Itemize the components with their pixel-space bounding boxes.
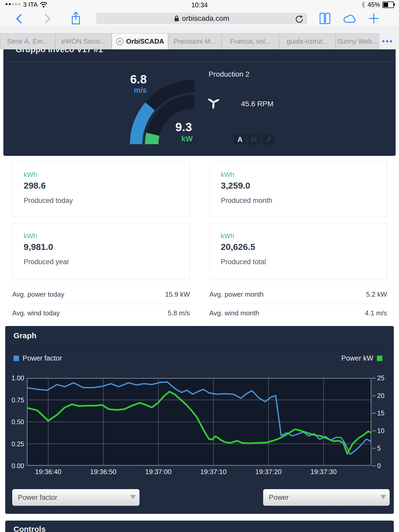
legend-power-factor: Power factor — [14, 354, 62, 363]
y-right-tick-mark — [372, 430, 376, 431]
mode-auto-button[interactable]: A — [234, 134, 246, 145]
stat-value: 5.2 kW — [366, 290, 387, 298]
legend-label: Power factor — [23, 354, 62, 362]
close-tab-icon[interactable] — [116, 38, 124, 45]
y-left-tick-label: 0.50 — [5, 418, 24, 426]
tab-ewon[interactable]: eWON Sessi... — [55, 33, 112, 49]
stat-value: 5.8 m/s — [168, 309, 190, 317]
y-right-tick-label: 25 — [377, 374, 384, 382]
series-select-left[interactable]: Power factor — [12, 489, 139, 506]
wind-turbine-icon — [207, 96, 220, 109]
y-right-tick-label: 20 — [377, 392, 384, 400]
rotor-speed-label: 45.6 RPM — [241, 100, 274, 108]
y-right-tick-mark — [372, 413, 376, 414]
graph-title: Graph — [14, 331, 36, 340]
safari-toolbar: orbiscada.com — [0, 10, 399, 26]
turbine-name: Production 2 — [209, 70, 249, 78]
stat-value: 15.9 kW — [165, 290, 190, 298]
stat-avg-power-today: Avg. power today 15.9 kW — [12, 285, 190, 304]
dropdown-arrow-icon — [130, 495, 136, 499]
y-right-tick-mark — [372, 466, 376, 466]
service-button[interactable] — [263, 134, 275, 145]
battery-icon — [382, 2, 394, 8]
icloud-tabs-button[interactable] — [343, 14, 357, 23]
x-tick-label: 19:37:30 — [303, 468, 344, 476]
tab-bar: Serie A, Em... eWON Sessi... OrbiSCADA P… — [0, 26, 399, 49]
status-bar: ●●○○○ 3 ITA 10:34 45% — [0, 0, 399, 10]
y-right-tick-label: 10 — [377, 427, 384, 435]
tab-sunny[interactable]: Sunny Web... — [336, 33, 379, 49]
battery-percent-label: 45% — [368, 1, 380, 8]
clock: 10:34 — [0, 1, 399, 9]
legend-swatch-blue — [14, 356, 19, 361]
power-value: 9.3 — [158, 121, 210, 133]
tab-guida[interactable]: guida-ristrut... — [279, 33, 336, 49]
stat-avg-wind-month: Avg. wind month 4.1 m/s — [209, 304, 387, 323]
tab-strip: Serie A, Em... eWON Sessi... OrbiSCADA P… — [0, 33, 379, 49]
legend-swatch-green — [377, 356, 382, 361]
unit-label: kWh — [24, 232, 37, 240]
card-value: 3,259.0 — [221, 181, 250, 191]
more-tabs-button[interactable]: ••• — [382, 37, 393, 46]
tab-previsioni[interactable]: Previsioni M... — [168, 33, 222, 49]
stat-label: Avg. wind month — [209, 309, 259, 317]
stat-label: Avg. wind today — [12, 309, 60, 317]
url-field[interactable]: orbiscada.com — [96, 13, 307, 24]
card-produced-month: kWh 3,259.0 Produced month — [209, 162, 387, 218]
wind-speed-unit: m/s — [114, 87, 166, 94]
x-tick-label: 19:36:50 — [83, 468, 124, 476]
y-left-tick-label: 0.25 — [5, 440, 24, 448]
card-label: Produced total — [221, 258, 266, 266]
stat-label: Avg. power month — [209, 290, 264, 298]
wrench-icon — [265, 136, 272, 143]
card-value: 20,626.5 — [221, 242, 255, 252]
reload-button[interactable] — [295, 15, 304, 24]
card-value: 298.6 — [24, 181, 46, 191]
y-right-tick-mark — [372, 378, 376, 378]
line-chart — [27, 378, 371, 466]
graph-panel: Graph Power factor Power kW 19:36:4019:3… — [5, 326, 394, 514]
y-left-tick-label: 0.75 — [5, 396, 24, 404]
browser-chrome: ●●○○○ 3 ITA 10:34 45% — [0, 0, 399, 49]
share-button[interactable] — [71, 11, 81, 25]
y-right-tick-mark — [372, 395, 376, 396]
card-produced-year: kWh 9,981.0 Produced year — [12, 223, 190, 279]
url-text: orbiscada.com — [182, 14, 229, 23]
unit-label: kWh — [221, 232, 234, 240]
y-left-tick-label: 0.00 — [5, 462, 24, 470]
y-right-tick-label: 5 — [377, 444, 381, 452]
wind-speed-value: 6.8 — [112, 73, 164, 85]
graph-panel-header: Graph — [5, 326, 394, 346]
series-select-right[interactable]: Power — [263, 489, 390, 506]
x-tick-label: 19:37:20 — [248, 468, 289, 476]
tab-orbiscada-active[interactable]: OrbiSCADA — [112, 33, 168, 49]
chart-plot-area — [27, 378, 371, 466]
card-value: 9,981.0 — [24, 242, 53, 252]
x-tick-label: 19:36:40 — [28, 468, 69, 476]
stat-label: Avg. power today — [12, 290, 64, 298]
bookmarks-button[interactable] — [319, 12, 331, 25]
lock-icon — [174, 15, 179, 22]
dropdown-arrow-icon — [380, 495, 386, 499]
card-produced-total: kWh 20,626.5 Produced total — [209, 223, 387, 279]
bluetooth-icon — [361, 1, 365, 8]
tab-francia[interactable]: Francia, vol... — [222, 33, 279, 49]
controls-title: Controls — [14, 525, 45, 532]
tab-serie-a[interactable]: Serie A, Em... — [0, 33, 55, 49]
card-label: Produced today — [24, 197, 73, 205]
unit-label: kWh — [24, 171, 37, 179]
new-tab-button[interactable] — [368, 13, 379, 24]
unit-label: kWh — [221, 171, 234, 179]
selected-option: Power factor — [18, 494, 57, 502]
controls-panel: Controls — [5, 521, 394, 532]
card-produced-today: kWh 298.6 Produced today — [12, 162, 190, 218]
x-axis-labels: 19:36:4019:36:5019:37:0019:37:1019:37:20… — [27, 468, 371, 477]
stat-value: 4.1 m/s — [365, 309, 387, 317]
mode-manual-button[interactable]: M — [248, 134, 260, 145]
y-right-tick-mark — [372, 448, 376, 449]
y-right-tick-label: 15 — [377, 409, 384, 417]
x-tick-label: 19:37:10 — [193, 468, 234, 476]
forward-button[interactable] — [44, 14, 51, 24]
power-unit: kW — [161, 135, 213, 143]
back-button[interactable] — [16, 14, 22, 24]
